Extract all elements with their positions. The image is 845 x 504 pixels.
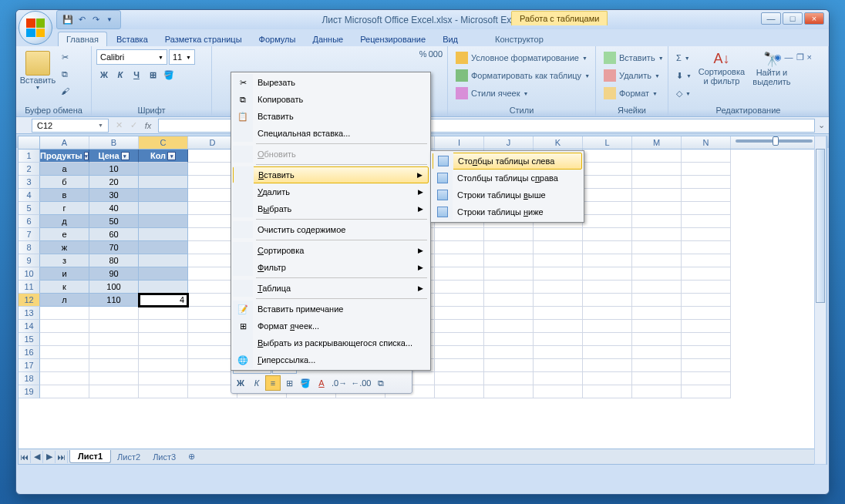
increase-decimal-icon[interactable]: ←.00 <box>349 375 372 391</box>
cell[interactable] <box>534 267 583 281</box>
row-header[interactable]: 17 <box>19 359 40 372</box>
clear-button[interactable]: ◇▼ <box>673 85 695 102</box>
cell[interactable] <box>632 241 682 254</box>
cell[interactable] <box>435 281 484 294</box>
qat-dropdown-icon[interactable]: ▼ <box>103 14 116 26</box>
cell[interactable] <box>89 385 139 398</box>
cell[interactable]: д <box>40 215 89 228</box>
cell[interactable] <box>682 372 731 385</box>
cell[interactable] <box>682 320 731 333</box>
cell[interactable] <box>40 333 89 346</box>
cell[interactable] <box>534 333 583 346</box>
cell[interactable] <box>89 346 139 359</box>
cell[interactable] <box>632 281 682 294</box>
doc-restore-icon[interactable]: ❐ <box>796 52 804 62</box>
cell[interactable] <box>484 254 534 267</box>
filter-dropdown-icon[interactable]: ▾ <box>84 152 89 160</box>
ctx-hyperlink[interactable]: 🌐Гиперссылка... <box>233 351 429 368</box>
cell[interactable] <box>632 176 682 189</box>
row-header[interactable]: 1 <box>19 150 40 163</box>
cell[interactable] <box>139 385 188 398</box>
cell[interactable] <box>435 241 484 254</box>
cell[interactable] <box>632 228 682 241</box>
vertical-scrollbar[interactable] <box>814 136 826 465</box>
cell[interactable] <box>682 215 731 228</box>
cell[interactable] <box>484 307 534 320</box>
cell[interactable]: 50 <box>89 215 139 228</box>
cell[interactable] <box>484 241 534 254</box>
cell[interactable]: Кол▾ <box>139 150 188 163</box>
fill-button[interactable]: ⬇▼ <box>673 67 695 84</box>
cell[interactable] <box>632 202 682 215</box>
autosum-button[interactable]: Σ▼ <box>673 49 695 66</box>
cell[interactable] <box>583 150 632 163</box>
cell[interactable] <box>435 372 484 385</box>
cell[interactable]: в <box>40 189 89 202</box>
row-header[interactable]: 12 <box>19 294 40 307</box>
cell-styles-button[interactable]: Стили ячеек▼ <box>453 85 593 102</box>
cell[interactable]: 30 <box>89 189 139 202</box>
cell[interactable] <box>40 359 89 372</box>
cell[interactable] <box>40 385 89 398</box>
row-header[interactable]: 11 <box>19 281 40 294</box>
cell[interactable] <box>139 189 188 202</box>
cell[interactable] <box>534 294 583 307</box>
row-header[interactable]: 9 <box>19 254 40 267</box>
zoom-slider[interactable] <box>736 139 813 143</box>
cell[interactable] <box>682 267 731 281</box>
cell[interactable] <box>435 267 484 281</box>
undo-icon[interactable]: ↶ <box>76 14 88 26</box>
sort-filter-button[interactable]: A↓ Сортировка и фильтр <box>697 49 746 87</box>
cell[interactable] <box>632 346 682 359</box>
insert-cells-button[interactable]: Вставить▼ <box>601 49 667 66</box>
cell[interactable] <box>139 307 188 320</box>
close-button[interactable]: × <box>804 12 824 25</box>
ctx-select[interactable]: Выбрать▶ <box>233 200 429 217</box>
filter-dropdown-icon[interactable]: ▾ <box>121 152 130 160</box>
cell[interactable] <box>583 333 632 346</box>
font-name-selector[interactable]: Calibri▼ <box>96 49 167 65</box>
submenu-item[interactable]: Столбцы таблицы слева <box>433 153 582 170</box>
cell[interactable] <box>583 241 632 254</box>
cell[interactable] <box>40 320 89 333</box>
row-header[interactable]: 14 <box>19 320 40 333</box>
border-mini-icon[interactable]: ⊞ <box>281 375 297 391</box>
decrease-decimal-icon[interactable]: .0→ <box>330 375 348 391</box>
format-as-table-button[interactable]: Форматировать как таблицу▼ <box>453 67 593 84</box>
fill-color-button[interactable]: 🪣 <box>161 67 177 82</box>
column-header[interactable]: C <box>139 136 188 149</box>
cell[interactable] <box>534 385 583 398</box>
format-button[interactable]: Формат▼ <box>601 85 667 102</box>
cell[interactable]: а <box>40 163 89 176</box>
ctx-pspecial[interactable]: Специальная вставка... <box>233 125 429 142</box>
cell[interactable] <box>583 359 632 372</box>
row-header[interactable]: 6 <box>19 215 40 228</box>
cell[interactable] <box>583 176 632 189</box>
save-icon[interactable]: 💾 <box>62 14 74 26</box>
cell[interactable]: е <box>40 228 89 241</box>
cell[interactable] <box>583 372 632 385</box>
cell[interactable] <box>632 333 682 346</box>
cell[interactable]: и <box>40 267 89 281</box>
cell[interactable] <box>682 281 731 294</box>
cell[interactable]: 110 <box>89 294 139 307</box>
cell[interactable]: 20 <box>89 176 139 189</box>
cell[interactable] <box>435 385 484 398</box>
cell[interactable] <box>435 228 484 241</box>
row-header[interactable]: 10 <box>19 267 40 281</box>
fill-mini-icon[interactable]: 🪣 <box>298 375 313 391</box>
cell[interactable] <box>583 163 632 176</box>
column-header[interactable]: K <box>534 136 583 149</box>
cell[interactable] <box>632 163 682 176</box>
cell[interactable] <box>682 294 731 307</box>
percent-button[interactable]: % <box>419 49 427 59</box>
cell[interactable] <box>682 228 731 241</box>
cell[interactable] <box>139 320 188 333</box>
cell[interactable] <box>534 359 583 372</box>
cell[interactable] <box>89 320 139 333</box>
column-header[interactable]: J <box>484 136 534 149</box>
cell[interactable] <box>534 372 583 385</box>
row-header[interactable]: 2 <box>19 163 40 176</box>
next-sheet-icon[interactable]: ▶ <box>43 451 56 463</box>
cell[interactable] <box>40 372 89 385</box>
